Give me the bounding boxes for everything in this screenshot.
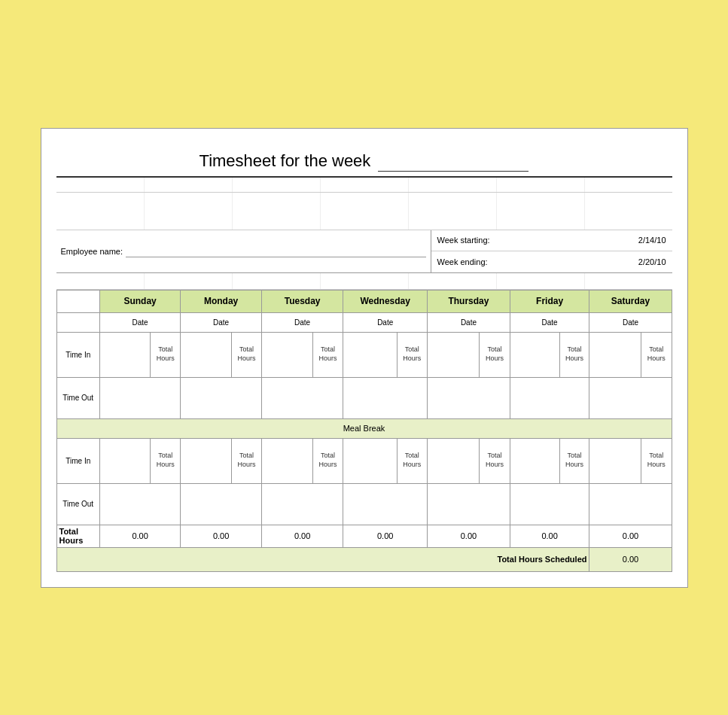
saturday-total: 0.00 [589,525,672,547]
tuesday-time-out-2[interactable] [261,483,343,525]
employee-name-area: Employee name: [56,230,431,272]
tuesday-total-hours-2: TotalHours [313,438,343,483]
saturday-date[interactable]: Date [589,312,672,332]
grand-total-value: 0.00 [589,547,672,571]
week-ending-value: 2/20/10 [638,257,666,266]
date-row: Date Date Date Date Date Date Date [56,312,672,332]
grand-total-row: Total Hours Scheduled 0.00 [56,547,672,571]
friday-date[interactable]: Date [510,312,589,332]
sunday-time-in-2[interactable] [99,438,150,483]
monday-time-in[interactable] [181,332,232,377]
saturday-total-hours-1: TotalHours [641,332,672,377]
sunday-time-out[interactable] [99,377,180,418]
saturday-time-in-2[interactable] [589,438,641,483]
friday-time-in[interactable] [510,332,559,377]
sunday-header: Sunday [99,290,180,312]
time-in-row: Time In TotalHours TotalHours TotalHours… [56,332,672,377]
monday-date[interactable]: Date [181,312,262,332]
info-section: Employee name: Week starting: 2/14/10 We… [56,230,672,273]
timesheet-page: Timesheet for the week Employee name: [41,128,688,588]
thursday-time-in-2[interactable] [428,438,480,483]
friday-time-out[interactable] [510,377,589,418]
total-hours-summary-row: Total Hours 0.00 0.00 0.00 0.00 0.00 0.0… [56,525,672,547]
grand-total-label: Total Hours Scheduled [56,547,589,571]
monday-time-out[interactable] [181,377,262,418]
time-out-label-2: Time Out [56,483,99,525]
week-starting-label: Week starting: [437,236,638,245]
wednesday-date[interactable]: Date [343,312,428,332]
tuesday-date[interactable]: Date [261,312,343,332]
time-in-label-2: Time In [56,438,99,483]
saturday-time-out-2[interactable] [589,483,672,525]
saturday-time-in[interactable] [589,332,641,377]
sunday-total-hours-2: TotalHours [151,438,181,483]
wednesday-total-hours-2: TotalHours [397,438,428,483]
wednesday-time-in[interactable] [343,332,397,377]
friday-time-in-2[interactable] [510,438,559,483]
week-ending-label: Week ending: [437,257,638,266]
thursday-date[interactable]: Date [428,312,510,332]
day-header-row: Sunday Monday Tuesday Wednesday Thursday… [56,290,672,312]
tuesday-total: 0.00 [261,525,343,547]
tuesday-time-in-2[interactable] [261,438,312,483]
thursday-total: 0.00 [428,525,510,547]
time-in-row-2: Time In TotalHours TotalHours TotalHours… [56,438,672,483]
wednesday-time-out[interactable] [343,377,428,418]
employee-name-input[interactable] [126,245,425,257]
monday-total-hours-1: TotalHours [231,332,261,377]
week-starting-value: 2/14/10 [638,236,666,245]
title-row: Timesheet for the week [56,144,672,178]
friday-time-out-2[interactable] [510,483,589,525]
tuesday-header: Tuesday [261,290,343,312]
friday-header: Friday [510,290,589,312]
friday-total: 0.00 [510,525,589,547]
tuesday-time-out[interactable] [261,377,343,418]
main-table: Sunday Monday Tuesday Wednesday Thursday… [56,290,672,572]
monday-header: Monday [181,290,262,312]
wednesday-time-in-2[interactable] [343,438,397,483]
title-underline[interactable] [378,151,528,172]
monday-total: 0.00 [181,525,262,547]
tuesday-time-in[interactable] [261,332,312,377]
sunday-time-in[interactable] [99,332,150,377]
sunday-date[interactable]: Date [99,312,180,332]
thursday-header: Thursday [428,290,510,312]
time-in-label: Time In [56,332,99,377]
thursday-time-out[interactable] [428,377,510,418]
friday-total-hours-2: TotalHours [559,438,589,483]
time-out-row: Time Out [56,377,672,418]
wednesday-total-hours-1: TotalHours [397,332,428,377]
week-ending-row: Week ending: 2/20/10 [431,251,672,272]
thursday-time-in[interactable] [428,332,480,377]
thursday-time-out-2[interactable] [428,483,510,525]
monday-total-hours-2: TotalHours [231,438,261,483]
saturday-header: Saturday [589,290,672,312]
total-hours-row-label: Total Hours [56,525,99,547]
meal-break-label: Meal Break [56,418,672,438]
meal-break-row: Meal Break [56,418,672,438]
week-starting-row: Week starting: 2/14/10 [431,230,672,251]
wednesday-total: 0.00 [343,525,428,547]
thursday-total-hours-2: TotalHours [480,438,510,483]
monday-time-out-2[interactable] [181,483,262,525]
friday-total-hours-1: TotalHours [559,332,589,377]
title-text: Timesheet for the week [200,151,371,170]
monday-time-in-2[interactable] [181,438,232,483]
time-out-row-2: Time Out [56,483,672,525]
wednesday-time-out-2[interactable] [343,483,428,525]
thursday-total-hours-1: TotalHours [480,332,510,377]
time-out-label: Time Out [56,377,99,418]
saturday-time-out[interactable] [589,377,672,418]
tuesday-total-hours-1: TotalHours [313,332,343,377]
employee-name-label: Employee name: [61,247,123,256]
saturday-total-hours-2: TotalHours [641,438,672,483]
sunday-total-hours-1: TotalHours [151,332,181,377]
week-info-area: Week starting: 2/14/10 Week ending: 2/20… [431,230,672,272]
wednesday-header: Wednesday [343,290,428,312]
sunday-time-out-2[interactable] [99,483,180,525]
sunday-total: 0.00 [99,525,180,547]
